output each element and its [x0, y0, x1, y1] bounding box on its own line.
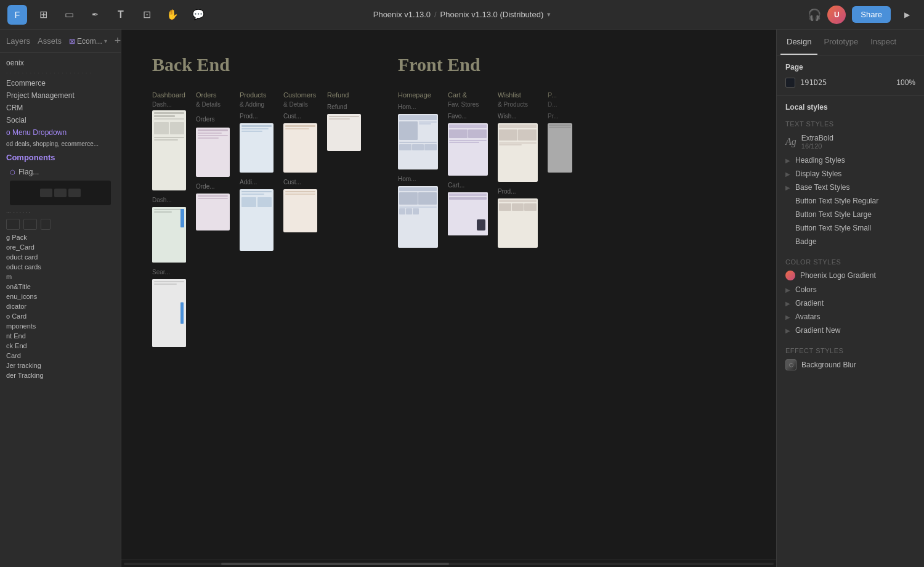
- dashboard-frame-thumb[interactable]: [152, 110, 186, 190]
- main-layout: Layers Assets ⊠ Ecom... ▾ + oenix · · · …: [0, 30, 924, 567]
- dashboard-frame-2[interactable]: [152, 207, 186, 263]
- dashboard-frame-3[interactable]: [152, 279, 186, 347]
- headphones-icon[interactable]: 🎧: [808, 8, 821, 22]
- layer-project-mgmt[interactable]: Project Management: [0, 89, 121, 102]
- right-tabs: Design Prototype Inspect: [777, 30, 924, 55]
- tab-inspect[interactable]: Inspect: [864, 30, 902, 55]
- background-blur-item[interactable]: ⬡ Background Blur: [777, 357, 924, 373]
- tab-assets[interactable]: Assets: [38, 35, 62, 47]
- wishlist-frame-item: Wishlist & Products Wish...: [498, 91, 538, 248]
- gradient-new-item[interactable]: ▶ Gradient New: [777, 324, 924, 337]
- shape-tool-button[interactable]: ▭: [59, 5, 79, 25]
- layer-o-card[interactable]: o Card: [0, 311, 121, 321]
- homepage-title: Homepage: [398, 91, 438, 99]
- layer-deals[interactable]: od deals, shopping, ecommerce...: [0, 139, 121, 149]
- pd-frame-1[interactable]: [548, 123, 572, 173]
- figma-menu-button[interactable]: F: [7, 5, 27, 25]
- text-tool-button[interactable]: T: [111, 5, 131, 25]
- layer-menu-icons[interactable]: enu_icons: [0, 292, 121, 301]
- flag-item[interactable]: ⬡ Flag...: [4, 166, 117, 178]
- pen-tool-button[interactable]: ✒: [85, 5, 105, 25]
- layer-social[interactable]: Social: [0, 114, 121, 126]
- preview-grid: [10, 181, 111, 205]
- prev-icon-1: [6, 219, 20, 230]
- wishlist-frame-1[interactable]: [498, 123, 538, 182]
- layer-oduct-card[interactable]: oduct card: [0, 252, 121, 262]
- user-avatar[interactable]: U: [827, 6, 846, 24]
- refund-frame-1[interactable]: [327, 114, 361, 151]
- products-frame-item: Products & Adding Prod... Addi...: [240, 91, 274, 251]
- layer-card[interactable]: Card: [0, 351, 121, 361]
- homepage-frame-2[interactable]: [398, 186, 438, 248]
- layer-nt-end[interactable]: nt End: [0, 331, 121, 341]
- layer-m[interactable]: m: [0, 272, 121, 282]
- layer-crm[interactable]: CRM: [0, 102, 121, 114]
- canvas-area[interactable]: Back End Dashboard Dash...: [121, 30, 776, 567]
- frame-tool-button[interactable]: ⊞: [33, 5, 53, 25]
- cart-frame-item: Cart & Fav. Stores Favo...: [448, 91, 488, 235]
- layer-ore-card[interactable]: ore_Card: [0, 242, 121, 252]
- orders-frame-thumb[interactable]: [196, 128, 230, 177]
- layer-dicator[interactable]: dicator: [0, 301, 121, 311]
- btn-text-large-item[interactable]: ▶ Button Text Style Large: [777, 208, 924, 221]
- homepage-frame-1[interactable]: [398, 114, 438, 169]
- hom-label: Hom...: [398, 104, 438, 110]
- layer-der-tracking[interactable]: der Tracking: [0, 370, 121, 380]
- gradient-item[interactable]: ▶ Gradient: [777, 296, 924, 310]
- avatars-item[interactable]: ▶ Avatars: [777, 310, 924, 324]
- frontend-frames-row: Homepage Hom...: [398, 91, 572, 248]
- hand-tool-button[interactable]: ✋: [163, 5, 182, 25]
- wishlist-frame-2[interactable]: [498, 198, 538, 248]
- backend-section: Back End Dashboard Dash...: [152, 54, 361, 347]
- extrabold-style-item[interactable]: Ag ExtraBold 16/120: [777, 130, 924, 153]
- tab-layers[interactable]: Layers: [6, 35, 30, 47]
- toolbar-center: Phoenix v1.13.0 / Phoenix v1.13.0 (Distr…: [373, 10, 551, 19]
- customers-frame-2[interactable]: [283, 189, 317, 232]
- add-page-button[interactable]: +: [115, 35, 121, 47]
- tab-prototype[interactable]: Prototype: [817, 30, 864, 55]
- heading-styles-item[interactable]: ▶ Heading Styles: [777, 153, 924, 167]
- cart-frame-1[interactable]: [448, 123, 488, 176]
- file-title: Phoenix v1.13.0: [373, 10, 431, 19]
- base-text-styles-item[interactable]: ▶ Base Text Styles: [777, 181, 924, 194]
- phoenix-gradient-dot: [785, 271, 795, 280]
- products-frame-2[interactable]: [240, 189, 274, 251]
- phoenix-gradient-item[interactable]: Phoenix Logo Gradient: [777, 268, 924, 283]
- tab-ecom[interactable]: ⊠ Ecom... ▾: [69, 37, 107, 46]
- page-name-item[interactable]: oenix: [0, 57, 121, 69]
- branch-chevron-icon[interactable]: ▾: [547, 10, 551, 18]
- backend-frames-row: Dashboard Dash...: [152, 91, 361, 347]
- page-color-value[interactable]: 191D25: [800, 78, 827, 87]
- gradient-new-label: Gradient New: [795, 326, 915, 335]
- layer-ck-end[interactable]: ck End: [0, 341, 121, 351]
- page-color-swatch[interactable]: [785, 78, 795, 88]
- badge-style-item[interactable]: ▶ Badge: [777, 235, 924, 248]
- comment-tool-button[interactable]: 💬: [188, 5, 208, 25]
- btn-text-regular-label: Button Text Style Regular: [795, 197, 915, 205]
- gradient-label: Gradient: [795, 299, 915, 308]
- orders-frame-2[interactable]: [196, 194, 230, 230]
- layer-on-title[interactable]: on&Title: [0, 282, 121, 292]
- share-button[interactable]: Share: [852, 6, 891, 23]
- layer-jer-tracking[interactable]: Jer tracking: [0, 361, 121, 370]
- layer-menu-dropdown[interactable]: o Menu Dropdown: [0, 126, 121, 139]
- colors-item[interactable]: ▶ Colors: [777, 283, 924, 296]
- layer-g-pack[interactable]: g Pack: [0, 232, 121, 242]
- pd-subtitle: D...: [548, 101, 572, 108]
- cart-frame-2[interactable]: [448, 192, 488, 235]
- layer-mponents[interactable]: mponents: [0, 321, 121, 331]
- products-frame-1[interactable]: [240, 123, 274, 173]
- play-button[interactable]: ▶: [897, 5, 917, 25]
- btn-text-regular-item[interactable]: ▶ Button Text Style Regular: [777, 194, 924, 208]
- cust-label: Cust...: [283, 113, 317, 120]
- horizontal-scrollbar[interactable]: [121, 560, 776, 567]
- btn-text-small-item[interactable]: ▶ Button Text Style Small: [777, 221, 924, 235]
- customers-frame-1[interactable]: [283, 123, 317, 173]
- page-color-row: 191D25 100%: [785, 78, 915, 88]
- display-styles-item[interactable]: ▶ Display Styles: [777, 167, 924, 181]
- layer-ecommerce[interactable]: Ecommerce: [0, 77, 121, 89]
- component-tool-button[interactable]: ⊡: [137, 5, 156, 25]
- heading-chevron-icon: ▶: [785, 157, 790, 164]
- layer-oduct-cards[interactable]: oduct cards: [0, 262, 121, 272]
- tab-design[interactable]: Design: [780, 30, 817, 55]
